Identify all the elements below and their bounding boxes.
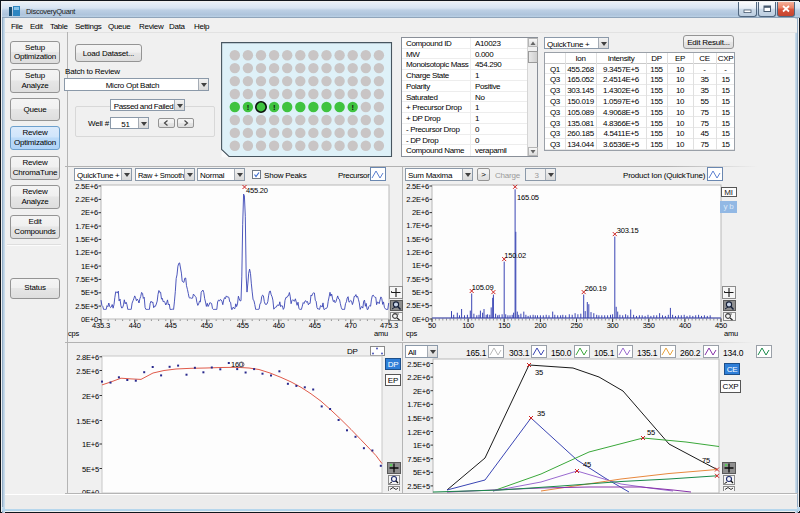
svg-text:amu: amu: [724, 329, 738, 338]
svg-text:1.7E+6: 1.7E+6: [407, 400, 430, 409]
svg-text:100: 100: [462, 321, 474, 330]
svg-text:35: 35: [537, 409, 545, 418]
svg-text:1.5E+6: 1.5E+6: [75, 235, 98, 244]
svg-text:!: !: [273, 103, 275, 112]
svg-text:1E+6: 1E+6: [412, 261, 429, 270]
svg-text:50: 50: [428, 321, 436, 330]
svg-text:5E+5: 5E+5: [413, 468, 430, 477]
svg-text:250: 250: [571, 321, 583, 330]
svg-text:1E+6: 1E+6: [81, 262, 98, 271]
svg-text:400: 400: [679, 321, 691, 330]
svg-text:165.05: 165.05: [517, 193, 539, 202]
svg-text:55: 55: [647, 428, 655, 437]
svg-text:5E+5: 5E+5: [82, 465, 99, 474]
svg-text:2.5E+6: 2.5E+6: [75, 182, 98, 191]
svg-text:1.2E+6: 1.2E+6: [407, 428, 430, 437]
svg-text:0E+0: 0E+0: [82, 488, 99, 493]
svg-text:1.2E+6: 1.2E+6: [75, 248, 98, 257]
svg-text:45: 45: [583, 460, 591, 469]
svg-text:2E+6: 2E+6: [81, 208, 98, 217]
svg-text:cps: cps: [406, 329, 418, 338]
svg-text:!: !: [247, 103, 249, 112]
svg-text:2.2E+6: 2.2E+6: [407, 373, 430, 382]
svg-text:303.15: 303.15: [617, 226, 639, 235]
svg-text:1.7E+6: 1.7E+6: [406, 221, 429, 230]
svg-text:260.19: 260.19: [585, 284, 607, 293]
svg-text:2.5E+5: 2.5E+5: [406, 301, 429, 310]
svg-text:2.5E+6: 2.5E+6: [406, 182, 429, 191]
svg-text:1.5E+6: 1.5E+6: [76, 417, 99, 426]
svg-text:1.5E+6: 1.5E+6: [406, 235, 429, 244]
svg-text:2E+6: 2E+6: [413, 387, 430, 396]
svg-text:2.5E+5: 2.5E+5: [407, 482, 430, 491]
svg-text:5E+5: 5E+5: [81, 288, 98, 297]
svg-text:350: 350: [643, 321, 655, 330]
svg-text:2E+6: 2E+6: [412, 208, 429, 217]
svg-text:2.8E+6: 2.8E+6: [76, 353, 99, 362]
svg-text:75: 75: [702, 456, 710, 465]
svg-text:2.5E+6: 2.5E+6: [407, 360, 430, 369]
svg-text:amu: amu: [374, 329, 388, 338]
svg-text:1.7E+6: 1.7E+6: [75, 222, 98, 231]
svg-text:200: 200: [534, 321, 546, 330]
svg-text:2.5E+6: 2.5E+6: [76, 367, 99, 376]
svg-text:150: 150: [498, 321, 510, 330]
svg-text:35: 35: [535, 368, 543, 377]
svg-text:455.20: 455.20: [246, 186, 268, 195]
svg-text:1E+6: 1E+6: [82, 440, 99, 449]
svg-text:2.2E+6: 2.2E+6: [75, 195, 98, 204]
svg-text:1.5E+6: 1.5E+6: [407, 414, 430, 423]
svg-text:2E+6: 2E+6: [82, 392, 99, 401]
svg-text:2.2E+6: 2.2E+6: [406, 195, 429, 204]
svg-text:150.02: 150.02: [504, 251, 526, 260]
svg-text:105.09: 105.09: [472, 283, 494, 292]
svg-text:cps: cps: [68, 329, 80, 338]
svg-text:0E+0: 0E+0: [412, 315, 429, 324]
svg-text:1.2E+6: 1.2E+6: [406, 248, 429, 257]
svg-text:5E+5: 5E+5: [412, 288, 429, 297]
svg-text:2.5E+5: 2.5E+5: [75, 302, 98, 311]
svg-text:!: !: [352, 103, 354, 112]
svg-text:7.5E+5: 7.5E+5: [407, 455, 430, 464]
svg-text:300: 300: [607, 321, 619, 330]
svg-text:7.5E+5: 7.5E+5: [406, 275, 429, 284]
svg-text:160: 160: [231, 360, 243, 369]
svg-text:7.5E+5: 7.5E+5: [75, 275, 98, 284]
svg-text:1E+6: 1E+6: [413, 441, 430, 450]
